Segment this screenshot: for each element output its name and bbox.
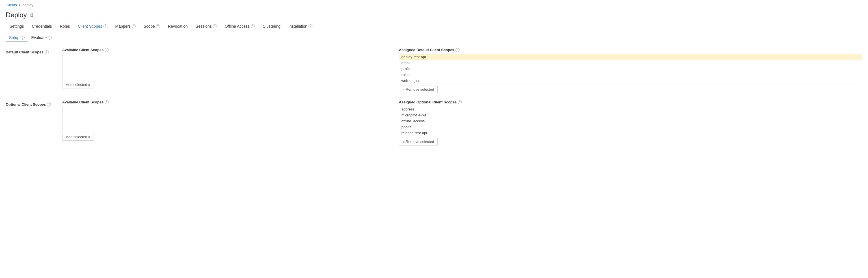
optional-row-help-icon[interactable]: ? <box>47 103 51 106</box>
default-row-help-icon[interactable]: ? <box>45 50 49 54</box>
optional-row-label: Optional Client Scopes ? <box>6 100 62 106</box>
delete-button[interactable]: 🗑 <box>30 12 34 18</box>
optional-scopes-section: Optional Client Scopes ? Available Clien… <box>6 100 862 145</box>
tab-client-scopes[interactable]: Client Scopes ? <box>74 22 111 31</box>
tab-credentials[interactable]: Credentials <box>28 22 56 31</box>
list-item[interactable]: roles <box>399 72 862 78</box>
optional-buttons-col <box>393 100 399 107</box>
default-remove-selected-button[interactable]: « Remove selected <box>399 85 438 93</box>
tab-revocation[interactable]: Revocation <box>164 22 192 31</box>
default-assigned-help-icon[interactable]: ? <box>456 48 460 52</box>
list-item[interactable]: microprofile-jwt <box>399 112 862 118</box>
tab-sessions[interactable]: Sessions ? <box>192 22 221 31</box>
default-assigned-col: Assigned Default Client Scopes ? deploy-… <box>399 48 862 93</box>
optional-assigned-col: Assigned Optional Client Scopes ? addres… <box>399 100 862 145</box>
tab-mappers-help-icon[interactable]: ? <box>132 24 136 28</box>
optional-assigned-listbox[interactable]: address microprofile-jwt offline_access … <box>399 106 862 136</box>
breadcrumb-current: deploy <box>22 3 33 7</box>
tab-mappers[interactable]: Mappers ? <box>112 22 140 31</box>
default-available-label: Available Client Scopes ? <box>62 48 393 52</box>
default-add-selected-button[interactable]: Add selected » <box>62 81 94 89</box>
default-row-label: Default Client Scopes ? <box>6 48 62 54</box>
tab-scope-help-icon[interactable]: ? <box>156 24 160 28</box>
primary-tabs: Settings Credentials Roles Client Scopes… <box>0 19 868 31</box>
page-title: Deploy <box>6 11 27 19</box>
tab-setup-help-icon[interactable]: ? <box>21 36 25 40</box>
tab-sessions-help-icon[interactable]: ? <box>213 24 217 28</box>
secondary-tabs: Setup ? Evaluate ? <box>0 31 868 42</box>
tab-setup[interactable]: Setup ? <box>6 34 28 42</box>
optional-assigned-label: Assigned Optional Client Scopes ? <box>399 100 862 104</box>
tab-evaluate-help-icon[interactable]: ? <box>48 36 52 40</box>
list-item[interactable]: deploy-rest-api <box>399 54 862 60</box>
page-header: Deploy 🗑 <box>0 9 868 19</box>
list-item[interactable]: email <box>399 60 862 66</box>
tab-offline-access[interactable]: Offline Access ? <box>221 22 259 31</box>
breadcrumb-separator: > <box>19 3 21 7</box>
default-available-listbox[interactable] <box>62 54 393 79</box>
tab-clustering[interactable]: Clustering <box>259 22 284 31</box>
optional-available-help-icon[interactable]: ? <box>104 100 108 104</box>
list-item[interactable]: phone <box>399 124 862 130</box>
tab-client-scopes-help-icon[interactable]: ? <box>103 24 107 28</box>
list-item[interactable]: web-origins <box>399 78 862 83</box>
tab-evaluate[interactable]: Evaluate ? <box>28 34 55 42</box>
optional-remove-selected-button[interactable]: « Remove selected <box>399 138 438 145</box>
default-available-help-icon[interactable]: ? <box>104 48 108 52</box>
tab-roles[interactable]: Roles <box>56 22 74 31</box>
default-assigned-listbox[interactable]: deploy-rest-api email profile roles web-… <box>399 54 862 84</box>
optional-assigned-help-icon[interactable]: ? <box>458 100 462 104</box>
tab-settings[interactable]: Settings <box>6 22 28 31</box>
default-assigned-label: Assigned Default Client Scopes ? <box>399 48 862 52</box>
default-scopes-section: Default Client Scopes ? Available Client… <box>6 48 862 93</box>
optional-add-selected-button[interactable]: Add selected » <box>62 133 94 141</box>
tab-offline-access-help-icon[interactable]: ? <box>251 24 255 28</box>
list-item[interactable]: profile <box>399 66 862 72</box>
list-item[interactable]: release-rest-api <box>399 130 862 136</box>
default-available-col: Available Client Scopes ? Add selected » <box>62 48 393 89</box>
breadcrumb-parent-link[interactable]: Clients <box>6 3 17 7</box>
tab-scope[interactable]: Scope ? <box>140 22 164 31</box>
list-item[interactable]: offline_access <box>399 118 862 124</box>
breadcrumb: Clients > deploy <box>0 0 868 9</box>
tab-installation[interactable]: Installation ? <box>284 22 316 31</box>
content-area: Default Client Scopes ? Available Client… <box>0 42 868 158</box>
optional-available-listbox[interactable] <box>62 106 393 131</box>
optional-available-col: Available Client Scopes ? Add selected » <box>62 100 393 141</box>
default-buttons-col <box>393 48 399 55</box>
tab-installation-help-icon[interactable]: ? <box>308 24 312 28</box>
list-item[interactable]: address <box>399 106 862 112</box>
optional-available-label: Available Client Scopes ? <box>62 100 393 104</box>
